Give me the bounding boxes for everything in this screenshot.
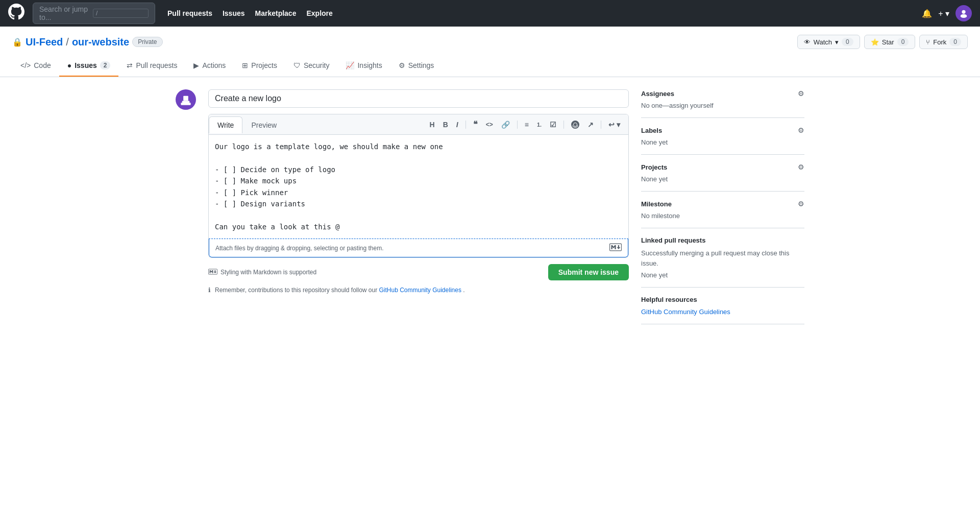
labels-section: Labels ⚙ None yet (641, 118, 804, 155)
projects-gear[interactable]: ⚙ (798, 163, 804, 171)
star-count: 0 (897, 38, 909, 46)
svg-rect-4 (182, 101, 189, 103)
settings-icon: ⚙ (399, 61, 405, 69)
nav-issues[interactable]: Issues (218, 6, 249, 20)
create-button[interactable]: + ▾ (938, 9, 949, 18)
undo-button[interactable]: ↩ ▾ (605, 118, 623, 131)
unordered-list-button[interactable]: ≡ (522, 118, 532, 131)
github-logo[interactable] (8, 4, 24, 23)
nav-actions: 🔔 + ▾ (922, 5, 972, 21)
labels-gear[interactable]: ⚙ (798, 126, 804, 134)
community-guidelines-link[interactable]: GitHub Community Guidelines (379, 287, 461, 294)
issue-title-input[interactable] (208, 89, 629, 108)
helpful-resources-section: Helpful resources GitHub Community Guide… (641, 288, 804, 324)
nav-marketplace[interactable]: Marketplace (251, 6, 301, 20)
tab-settings[interactable]: ⚙ Settings (390, 55, 443, 77)
user-avatar-col (176, 89, 196, 324)
tab-pull-requests[interactable]: ⇄ Pull requests (118, 55, 185, 77)
tab-actions[interactable]: ▶ Actions (185, 55, 234, 77)
tab-insights[interactable]: 📈 Insights (337, 55, 390, 77)
milestone-gear[interactable]: ⚙ (798, 200, 804, 208)
milestone-header: Milestone ⚙ (641, 200, 804, 208)
reference-button[interactable]: ↗ (584, 118, 597, 131)
repo-actions: 👁 Watch ▾ 0 ⭐ Star 0 ⑂ Fork 0 (797, 35, 968, 49)
community-guidelines-sidebar-link[interactable]: GitHub Community Guidelines (641, 308, 730, 316)
search-shortcut: / (93, 9, 149, 18)
org-name[interactable]: UI-Feed (26, 36, 63, 48)
watch-button[interactable]: 👁 Watch ▾ 0 (797, 35, 860, 49)
form-footer: Styling with Markdown is supported Submi… (208, 264, 629, 280)
issue-body-editor[interactable]: Our logo is a template logo, we should m… (209, 135, 628, 239)
projects-section: Projects ⚙ None yet (641, 155, 804, 192)
insights-icon: 📈 (346, 61, 354, 69)
mention-button[interactable] (568, 118, 582, 131)
code-button[interactable]: <> (483, 119, 496, 130)
visibility-badge: Private (132, 37, 162, 47)
notice-end: . (463, 287, 464, 294)
watch-count: 0 (842, 38, 853, 46)
nav-explore[interactable]: Explore (302, 6, 336, 20)
fork-button[interactable]: ⑂ Fork 0 (919, 35, 968, 49)
helpful-resources-title: Helpful resources (641, 296, 697, 303)
assignees-gear[interactable]: ⚙ (798, 89, 804, 98)
editor-container: Write Preview H B I ❝ <> 🔗 ≡ 1. ☑ (208, 114, 629, 258)
search-text: Search or jump to... (39, 5, 89, 21)
watch-dropdown-icon: ▾ (835, 38, 839, 46)
actions-icon: ▶ (193, 61, 199, 69)
helpful-resources-header: Helpful resources (641, 296, 804, 303)
watch-label: Watch (814, 38, 832, 46)
repo-path: 🔒 UI-Feed / our-website Private (12, 36, 163, 48)
avatar[interactable] (955, 5, 972, 21)
quote-button[interactable]: ❝ (470, 117, 481, 131)
milestone-title: Milestone (641, 200, 672, 208)
editor-header: Write Preview H B I ❝ <> 🔗 ≡ 1. ☑ (209, 114, 628, 135)
preview-tab[interactable]: Preview (242, 116, 285, 133)
repo-tabs: </> Code ● Issues 2 ⇄ Pull requests ▶ Ac… (12, 55, 968, 77)
write-tab[interactable]: Write (209, 116, 242, 133)
attach-area[interactable]: Attach files by dragging & dropping, sel… (209, 239, 628, 257)
svg-rect-2 (183, 96, 188, 101)
bold-button[interactable]: B (440, 118, 451, 131)
task-list-button[interactable]: ☑ (547, 118, 559, 131)
milestone-value: No milestone (641, 212, 804, 220)
star-label: Star (882, 38, 894, 46)
linked-pr-desc: Successfully merging a pull request may … (641, 248, 804, 268)
star-button[interactable]: ⭐ Star 0 (864, 35, 916, 49)
issues-icon: ● (67, 61, 71, 69)
linked-pr-title: Linked pull requests (641, 236, 705, 244)
notifications-button[interactable]: 🔔 (922, 9, 932, 18)
ordered-list-button[interactable]: 1. (534, 120, 545, 130)
tab-projects[interactable]: ⊞ Projects (234, 55, 285, 77)
italic-button[interactable]: I (453, 118, 461, 131)
nav-pull-requests[interactable]: Pull requests (163, 6, 216, 20)
heading-button[interactable]: H (427, 118, 438, 131)
labels-header: Labels ⚙ (641, 126, 804, 134)
linked-pr-value: None yet (641, 271, 804, 279)
repo-header-top: 🔒 UI-Feed / our-website Private 👁 Watch … (12, 35, 968, 49)
submit-button[interactable]: Submit new issue (548, 264, 629, 280)
tab-code[interactable]: </> Code (12, 55, 59, 77)
issues-count: 2 (100, 61, 111, 69)
link-button[interactable]: 🔗 (498, 118, 513, 131)
toolbar-divider-1 (465, 121, 466, 129)
assignees-value: No one—assign yourself (641, 102, 804, 109)
repo-name[interactable]: our-website (72, 36, 129, 48)
tab-issues[interactable]: ● Issues 2 (59, 55, 119, 77)
search-box[interactable]: Search or jump to... / (33, 3, 155, 24)
toolbar-divider-2 (517, 121, 518, 129)
projects-title: Projects (641, 163, 667, 171)
lock-icon: 🔒 (12, 37, 22, 47)
markdown-toolbar: H B I ❝ <> 🔗 ≡ 1. ☑ ↗ (422, 114, 628, 134)
star-icon: ⭐ (871, 38, 879, 46)
svg-point-0 (962, 10, 965, 14)
labels-title: Labels (641, 127, 662, 134)
notice-text: Remember, contributions to this reposito… (215, 287, 377, 294)
tab-security[interactable]: 🛡 Security (285, 55, 338, 77)
linked-pr-section: Linked pull requests Successfully mergin… (641, 228, 804, 288)
main-content: Write Preview H B I ❝ <> 🔗 ≡ 1. ☑ (163, 77, 817, 337)
linked-pr-header: Linked pull requests (641, 236, 804, 244)
repo-separator: / (66, 36, 69, 48)
issue-form: Write Preview H B I ❝ <> 🔗 ≡ 1. ☑ (208, 89, 629, 324)
top-nav: Search or jump to... / Pull requests Iss… (0, 0, 980, 27)
markdown-hint: Styling with Markdown is supported (208, 268, 316, 276)
